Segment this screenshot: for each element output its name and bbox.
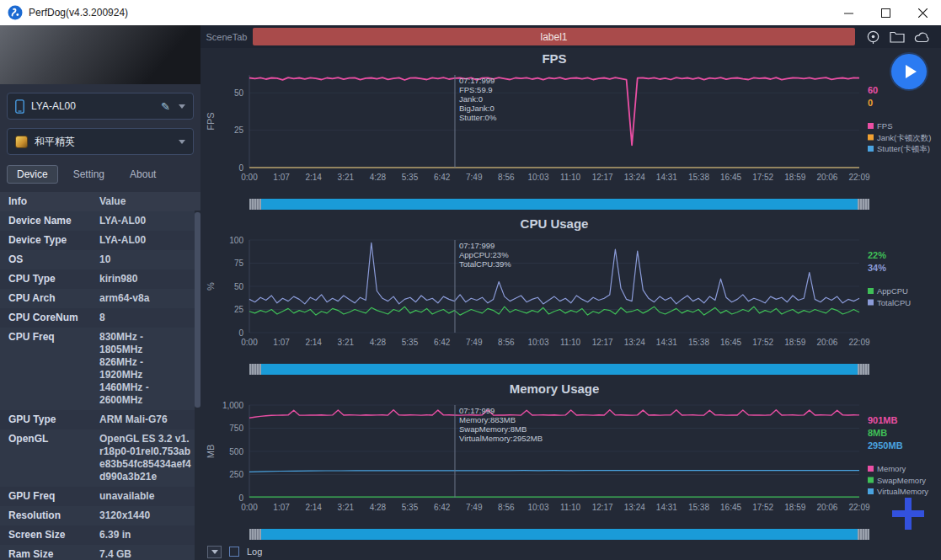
svg-text:34%: 34%: [868, 263, 886, 273]
table-row: Ram Size7.4 GB: [0, 545, 200, 560]
start-test-button[interactable]: [891, 54, 927, 89]
svg-text:6:42: 6:42: [434, 173, 451, 182]
close-icon: [918, 8, 928, 18]
svg-text:7:49: 7:49: [466, 338, 483, 347]
scrollbar-right-handle[interactable]: [858, 529, 869, 540]
app-select[interactable]: 和平精英: [7, 128, 194, 155]
scrollbar-left-handle[interactable]: [249, 199, 261, 210]
sidebar-scrollbar-thumb[interactable]: [195, 212, 200, 408]
svg-text:VirtualMemory:2952MB: VirtualMemory:2952MB: [459, 434, 543, 443]
info-label: OS: [0, 250, 94, 269]
svg-text:7:49: 7:49: [466, 173, 483, 182]
edit-pen-icon[interactable]: ✎: [161, 100, 170, 113]
svg-text:VirtualMemory: VirtualMemory: [877, 487, 928, 496]
info-label: GPU Type: [0, 410, 94, 429]
svg-text:1:07: 1:07: [273, 173, 290, 182]
cpu-chart-block: CPU Usage 0255075100%0:001:072:143:214:2…: [200, 213, 941, 378]
svg-text:20:06: 20:06: [816, 173, 837, 182]
svg-text:14:31: 14:31: [656, 338, 677, 347]
add-chart-button[interactable]: [892, 498, 924, 530]
svg-text:0: 0: [238, 328, 243, 338]
svg-text:17:52: 17:52: [752, 503, 773, 512]
tab-about[interactable]: About: [120, 165, 166, 184]
scene-toolbar: [855, 29, 941, 44]
maximize-button[interactable]: [867, 0, 904, 25]
scrollbar-thumb[interactable]: [261, 364, 858, 375]
scrollbar-thumb[interactable]: [261, 199, 858, 210]
table-row: Screen Size6.39 in: [0, 525, 200, 545]
scene-label-bar[interactable]: label1: [253, 28, 855, 45]
info-label: Resolution: [0, 506, 94, 525]
svg-text:Stutter(卡顿率): Stutter(卡顿率): [877, 144, 930, 153]
svg-text:3:21: 3:21: [338, 173, 355, 182]
log-checkbox[interactable]: [229, 547, 239, 557]
svg-text:13:24: 13:24: [624, 503, 645, 512]
svg-text:5:35: 5:35: [402, 338, 419, 347]
svg-text:Stutter:0%: Stutter:0%: [459, 113, 497, 122]
svg-text:15:38: 15:38: [688, 338, 709, 347]
cpu-chart-scrollbar[interactable]: [249, 364, 869, 375]
device-select[interactable]: LYA-AL00 ✎: [7, 93, 194, 120]
scrollbar-thumb[interactable]: [261, 529, 858, 540]
svg-text:1:07: 1:07: [273, 338, 290, 347]
scrollbar-left-handle[interactable]: [249, 364, 261, 375]
maximize-icon: [881, 8, 890, 18]
svg-text:12:17: 12:17: [592, 173, 613, 182]
svg-text:MB: MB: [206, 445, 216, 459]
svg-text:5:35: 5:35: [402, 173, 419, 182]
info-value: LYA-AL00: [94, 211, 200, 231]
scrollbar-right-handle[interactable]: [858, 364, 869, 375]
scene-tab-label[interactable]: SceneTab: [200, 32, 253, 42]
scrollbar-left-handle[interactable]: [249, 529, 261, 540]
svg-text:18:59: 18:59: [784, 173, 805, 182]
svg-text:4:28: 4:28: [370, 338, 387, 347]
chevron-down-icon: [211, 550, 218, 554]
tab-device[interactable]: Device: [7, 165, 58, 184]
svg-text:7:49: 7:49: [466, 503, 483, 512]
svg-text:SwapMemory:8MB: SwapMemory:8MB: [459, 424, 527, 434]
svg-text:FPS:59.9: FPS:59.9: [459, 85, 493, 94]
tab-setting[interactable]: Setting: [63, 165, 115, 184]
info-table-body: Device NameLYA-AL00Device TypeLYA-AL00OS…: [0, 211, 200, 560]
fps-chart-scrollbar[interactable]: [249, 199, 869, 210]
info-label: CPU Type: [0, 269, 94, 289]
svg-text:Memory: Memory: [877, 464, 906, 473]
window-title: PerfDog(v4.3.200924): [29, 7, 128, 19]
svg-text:50: 50: [234, 282, 244, 291]
svg-text:22:09: 22:09: [848, 338, 869, 347]
sidebar-scrollbar[interactable]: [195, 211, 200, 560]
memory-chart[interactable]: 02505007501,000MB0:001:072:143:214:285:3…: [200, 400, 941, 526]
svg-text:750: 750: [229, 424, 243, 433]
svg-text:500: 500: [229, 447, 243, 456]
svg-text:12:17: 12:17: [592, 503, 613, 512]
svg-text:20:06: 20:06: [816, 338, 837, 347]
folder-icon[interactable]: [890, 30, 905, 43]
cpu-chart[interactable]: 0255075100%0:001:072:143:214:285:356:427…: [200, 235, 941, 361]
memory-chart-scrollbar[interactable]: [249, 529, 869, 540]
close-button[interactable]: [904, 0, 941, 25]
table-row: CPU Typekirin980: [0, 269, 200, 289]
table-row: CPU Archarm64-v8a: [0, 289, 200, 308]
svg-text:18:59: 18:59: [784, 503, 805, 512]
cloud-icon[interactable]: [914, 31, 930, 43]
svg-text:250: 250: [229, 470, 243, 479]
device-select-value: LYA-AL00: [31, 100, 76, 112]
info-value: 6.39 in: [94, 525, 200, 545]
svg-text:22:09: 22:09: [848, 173, 869, 182]
minimize-icon: [844, 8, 853, 18]
bottom-bar: Log: [200, 543, 941, 560]
info-value: 8: [94, 308, 200, 328]
svg-text:13:24: 13:24: [624, 338, 645, 347]
expand-log-button[interactable]: [207, 546, 222, 558]
svg-text:FPS: FPS: [206, 112, 216, 130]
svg-text:07:17:999: 07:17:999: [459, 241, 495, 250]
svg-text:12:17: 12:17: [592, 338, 613, 347]
info-value: kirin980: [94, 269, 200, 289]
scrollbar-right-handle[interactable]: [858, 199, 869, 210]
location-icon[interactable]: [866, 29, 880, 44]
fps-chart[interactable]: 02550FPS0:001:072:143:214:285:356:427:49…: [200, 70, 941, 196]
svg-text:18:59: 18:59: [784, 338, 805, 347]
svg-text:07:17:999: 07:17:999: [459, 406, 495, 415]
minimize-button[interactable]: [830, 0, 867, 25]
svg-text:%: %: [206, 282, 216, 291]
